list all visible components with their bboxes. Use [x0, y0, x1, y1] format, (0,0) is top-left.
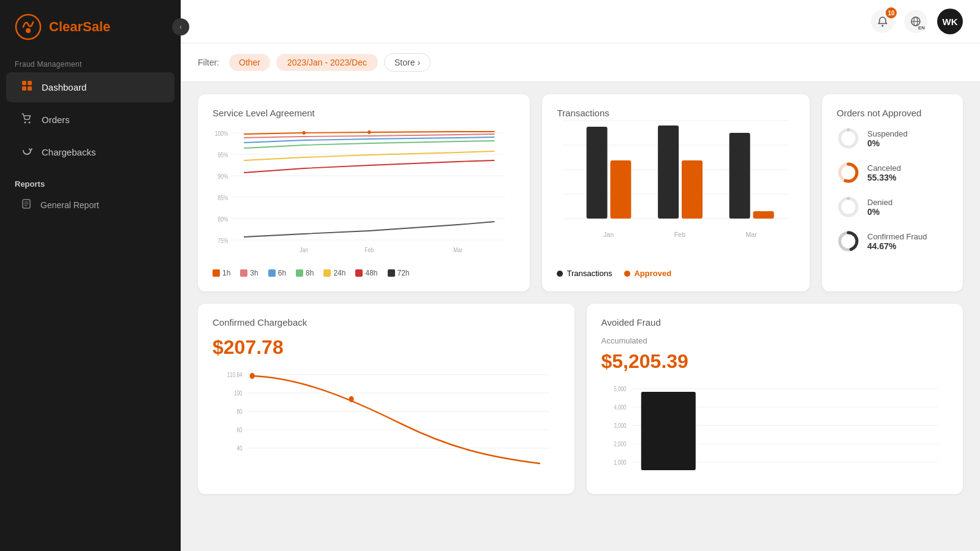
avoided-fraud-chart: 5,000 4,000 3,000 2,000 1,000 — [601, 383, 949, 481]
svg-text:95%: 95% — [218, 152, 228, 159]
svg-text:110.84: 110.84 — [227, 372, 243, 378]
svg-point-62 — [349, 396, 354, 402]
svg-rect-4 — [22, 86, 26, 91]
chevron-right-icon: › — [417, 58, 420, 67]
status-info-canceled: Canceled 55.33% — [867, 163, 901, 182]
legend-24h: 24h — [323, 269, 345, 277]
svg-point-9 — [882, 25, 884, 27]
chargeback-chart: 110.84 100 80 60 40 — [213, 369, 560, 467]
donut-denied — [837, 195, 860, 219]
svg-text:60: 60 — [237, 427, 243, 433]
filter-store[interactable]: Store › — [384, 53, 431, 72]
donut-canceled — [837, 161, 860, 184]
status-info-denied: Denied 0% — [867, 198, 892, 217]
notifications-button[interactable]: 10 — [871, 10, 894, 33]
avoided-fraud-title: Avoided Fraud — [601, 317, 949, 328]
orders-label: Orders — [42, 114, 70, 125]
svg-text:40: 40 — [237, 445, 243, 452]
svg-text:1,000: 1,000 — [614, 459, 626, 466]
svg-text:Mar: Mar — [746, 231, 758, 238]
chargebacks-icon — [21, 144, 33, 160]
header: 10 EN WK — [181, 0, 980, 43]
collapse-button[interactable]: ‹ — [172, 18, 189, 36]
sla-legend: 1h 3h 6h 8h — [213, 269, 515, 277]
svg-point-7 — [29, 122, 31, 124]
general-report-icon — [21, 198, 32, 212]
top-row: Service Level Agreement 100% 95% 90% 85%… — [198, 94, 963, 291]
sla-chart: 100% 95% 90% 85% 80% 75% — [213, 127, 515, 261]
svg-text:Feb: Feb — [674, 231, 685, 238]
accumulated-label: Accumulated — [601, 336, 949, 345]
dashboard-icon — [21, 80, 33, 95]
chargeback-card: Confirmed Chargeback $207.78 110.84 100 … — [198, 304, 575, 494]
svg-text:Jan: Jan — [603, 231, 614, 238]
sidebar-item-dashboard[interactable]: Dashboard — [6, 72, 175, 102]
svg-text:2,000: 2,000 — [614, 441, 626, 448]
legend-72h: 72h — [388, 269, 410, 277]
svg-point-43 — [840, 130, 857, 147]
status-denied: Denied 0% — [837, 195, 948, 219]
svg-text:Feb: Feb — [364, 247, 374, 253]
sidebar-item-orders[interactable]: Orders — [6, 105, 175, 135]
svg-text:Jan: Jan — [300, 247, 308, 253]
svg-text:80: 80 — [237, 408, 243, 415]
svg-rect-35 — [611, 160, 631, 219]
transactions-card: Transactions — [542, 94, 810, 291]
dashboard-label: Dashboard — [42, 82, 86, 92]
svg-point-28 — [368, 130, 371, 134]
svg-text:75%: 75% — [218, 238, 228, 244]
transactions-chart: Jan Feb Mar — [557, 127, 795, 261]
svg-text:5,000: 5,000 — [614, 386, 626, 392]
user-avatar[interactable]: WK — [937, 9, 963, 34]
svg-rect-73 — [641, 392, 695, 470]
svg-text:4,000: 4,000 — [614, 404, 626, 411]
svg-rect-38 — [729, 133, 750, 219]
filter-other[interactable]: Other — [229, 54, 270, 71]
bottom-row: Confirmed Chargeback $207.78 110.84 100 … — [198, 304, 963, 494]
legend-6h: 6h — [268, 269, 286, 277]
main-content: 10 EN WK Filter: Other 2023/Jan - 2023/D… — [181, 0, 980, 551]
svg-rect-2 — [22, 81, 26, 85]
svg-rect-3 — [28, 81, 32, 85]
svg-text:80%: 80% — [218, 216, 228, 223]
svg-point-6 — [24, 122, 26, 124]
chargeback-title: Confirmed Chargeback — [213, 317, 560, 328]
svg-text:85%: 85% — [218, 195, 228, 201]
sidebar-item-chargebacks[interactable]: Chargebacks — [6, 137, 175, 167]
status-info-fraud: Confirmed Fraud 44.67% — [867, 232, 927, 251]
svg-rect-34 — [587, 127, 608, 219]
svg-point-61 — [250, 373, 255, 379]
general-report-label: General Report — [40, 200, 99, 210]
notification-badge: 10 — [886, 7, 897, 18]
orders-icon — [21, 112, 33, 127]
legend-3h: 3h — [240, 269, 258, 277]
legend-8h: 8h — [296, 269, 314, 277]
svg-text:3,000: 3,000 — [614, 422, 626, 429]
avoided-fraud-card: Avoided Fraud Accumulated $5,205.39 5,00… — [587, 304, 963, 494]
status-canceled: Canceled 55.33% — [837, 161, 948, 184]
status-confirmed-fraud: Confirmed Fraud 44.67% — [837, 230, 948, 253]
svg-point-47 — [840, 198, 857, 216]
trans-legend-transactions: Transactions — [557, 269, 612, 278]
sidebar-item-general-report[interactable]: General Report — [6, 192, 175, 218]
trans-legend-approved: Approved — [624, 269, 671, 278]
section-reports: Reports — [0, 168, 181, 191]
language-label: EN — [918, 25, 925, 31]
svg-text:Mar: Mar — [453, 247, 462, 253]
language-button[interactable]: EN — [904, 10, 927, 33]
legend-1h: 1h — [213, 269, 230, 277]
logo-text: ClearSale — [49, 19, 110, 35]
svg-point-1 — [26, 28, 31, 33]
filter-date[interactable]: 2023/Jan - 2023/Dec — [276, 54, 378, 71]
logo-icon — [15, 13, 42, 40]
svg-text:90%: 90% — [218, 173, 228, 180]
status-suspended: Suspended 0% — [837, 127, 948, 150]
section-fraud-management: Fraud Management — [0, 54, 181, 71]
sla-title: Service Level Agreement — [213, 108, 515, 118]
chargeback-amount: $207.78 — [213, 336, 560, 359]
svg-text:100: 100 — [234, 390, 242, 397]
avoided-fraud-amount: $5,205.39 — [601, 350, 949, 373]
status-info-suspended: Suspended 0% — [867, 129, 908, 148]
donut-suspended — [837, 127, 860, 150]
sla-card: Service Level Agreement 100% 95% 90% 85%… — [198, 94, 530, 291]
